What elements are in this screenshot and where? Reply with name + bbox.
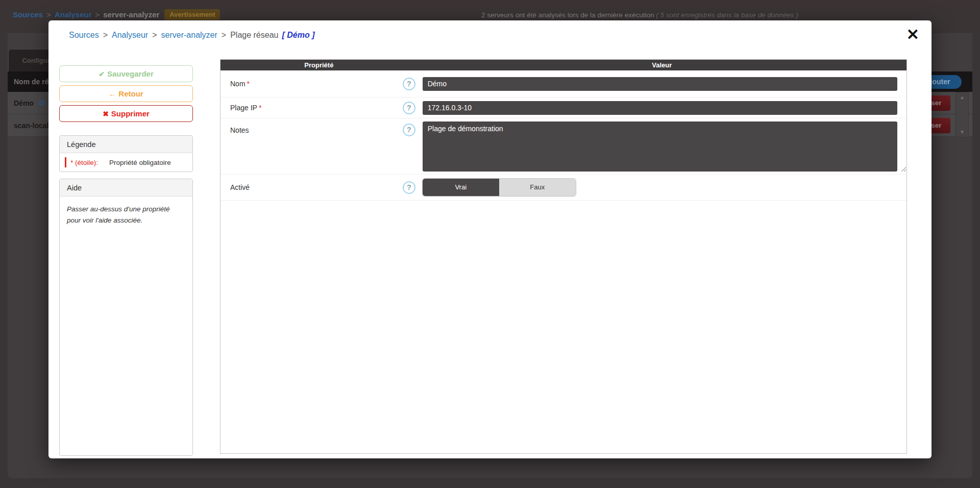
toggle-option-true[interactable]: Vrai (423, 179, 499, 196)
breadcrumb: Sources>Analyseur>server-analyzerAvertis… (13, 9, 220, 20)
value-cell (418, 77, 906, 91)
help-icon[interactable]: ? (403, 102, 415, 114)
property-table: Propriété Valeur Nom* ? Plage IP* ? Note (220, 59, 907, 454)
toggle-option-false[interactable]: Faux (499, 179, 576, 196)
breadcrumb-separator: > (103, 31, 108, 39)
delete-button-label: Supprimer (111, 109, 150, 118)
arrow-left-icon: ← (109, 90, 116, 98)
help-panel: Aide Passer au-dessus d'une propriété po… (59, 179, 193, 456)
help-panel-title: Aide (60, 179, 192, 197)
required-star: * (259, 104, 261, 112)
legend-title: Légende (60, 136, 192, 153)
breadcrumb-current: server-analyzer (103, 10, 159, 19)
status-badge: Avertissement (164, 9, 220, 20)
legend-body: * (étoile): Propriété obligatoire (60, 153, 192, 172)
field-label-notes: Notes (230, 126, 249, 134)
table-row-plage-ip: Plage IP* ? (220, 97, 906, 118)
cross-icon: ✖ (103, 110, 109, 118)
help-icon[interactable]: ? (403, 78, 415, 90)
scroll-up-icon[interactable]: ▲ (956, 94, 968, 100)
field-label-nom: Nom (230, 80, 246, 88)
network-name: scan-local (14, 121, 48, 130)
value-cell: Vrai Faux (418, 179, 906, 196)
list-scrollbar[interactable]: ▲ ▼ (955, 92, 969, 137)
active-toggle[interactable]: Vrai Faux (423, 179, 576, 196)
gear-icon[interactable]: ⚙ (39, 99, 45, 107)
column-header-value: Valeur (418, 60, 906, 70)
modal-breadcrumb-link-analyzer[interactable]: server-analyzer (161, 31, 217, 39)
breadcrumb-separator: > (222, 31, 226, 39)
scan-status-text: 2 serveurs ont été analysés lors de la d… (481, 11, 798, 19)
column-header-property: Propriété (220, 60, 418, 70)
table-row-nom: Nom* ? (220, 70, 906, 97)
table-row-notes: Notes ? Plage de démonstration (220, 118, 906, 175)
field-label-plage-ip: Plage IP (230, 104, 257, 112)
property-cell: Notes ? (220, 121, 418, 136)
save-button[interactable]: ✔Sauvegarder (59, 65, 193, 82)
modal-breadcrumb-link-sources[interactable]: Sources (69, 31, 99, 39)
field-label-active: Activé (230, 183, 250, 191)
scan-status-note-text: ( 5 sont enregistrés dans la base de don… (656, 11, 798, 19)
help-icon[interactable]: ? (403, 124, 415, 136)
close-icon[interactable]: ✕ (906, 27, 919, 43)
network-range-modal: Sources>Analyseur>server-analyzer>Plage … (48, 20, 932, 458)
property-cell: Nom* ? (220, 78, 418, 90)
modal-breadcrumb: Sources>Analyseur>server-analyzer>Plage … (69, 31, 314, 40)
property-cell: Plage IP* ? (220, 102, 418, 114)
modal-page-title: Plage réseau (230, 31, 278, 39)
scroll-down-icon[interactable]: ▼ (956, 129, 968, 135)
breadcrumb-link-sources[interactable]: Sources (13, 10, 43, 19)
breadcrumb-link-analyseur[interactable]: Analyseur (55, 10, 92, 19)
modal-sidebar: ✔Sauvegarder ←Retour ✖Supprimer Légende … (59, 65, 193, 456)
check-icon: ✔ (99, 70, 105, 78)
plage-ip-input[interactable] (423, 101, 897, 115)
back-button-label: Retour (118, 89, 143, 98)
scan-status-main: 2 serveurs ont été analysés lors de la d… (481, 11, 654, 19)
network-name: Démo (14, 99, 34, 107)
value-cell: Plage de démonstration (418, 121, 906, 174)
help-panel-text: Passer au-dessus d'une propriété pour vo… (60, 197, 192, 234)
notes-textarea[interactable]: Plage de démonstration (423, 121, 897, 172)
legend-value: Propriété obligatoire (109, 159, 171, 166)
modal-context-name: [ Démo ] (282, 31, 314, 39)
help-icon[interactable]: ? (403, 181, 415, 194)
property-cell: Activé ? (220, 181, 418, 194)
required-star: * (247, 80, 250, 88)
modal-breadcrumb-link-analyseur[interactable]: Analyseur (112, 31, 148, 39)
property-table-header: Propriété Valeur (220, 60, 906, 70)
legend-marker (65, 157, 66, 167)
back-button[interactable]: ←Retour (59, 85, 193, 102)
legend-key: * (étoile): (70, 159, 98, 166)
save-button-label: Sauvegarder (107, 69, 154, 78)
breadcrumb-separator: > (152, 31, 157, 39)
value-cell (418, 101, 906, 115)
nom-input[interactable] (423, 77, 897, 91)
breadcrumb-separator: > (46, 10, 51, 19)
background-top-strip (0, 0, 980, 6)
table-row-active: Activé ? Vrai Faux (220, 175, 906, 201)
legend-panel: Légende * (étoile): Propriété obligatoir… (59, 135, 193, 172)
breadcrumb-separator: > (95, 10, 100, 19)
delete-button[interactable]: ✖Supprimer (59, 105, 193, 122)
